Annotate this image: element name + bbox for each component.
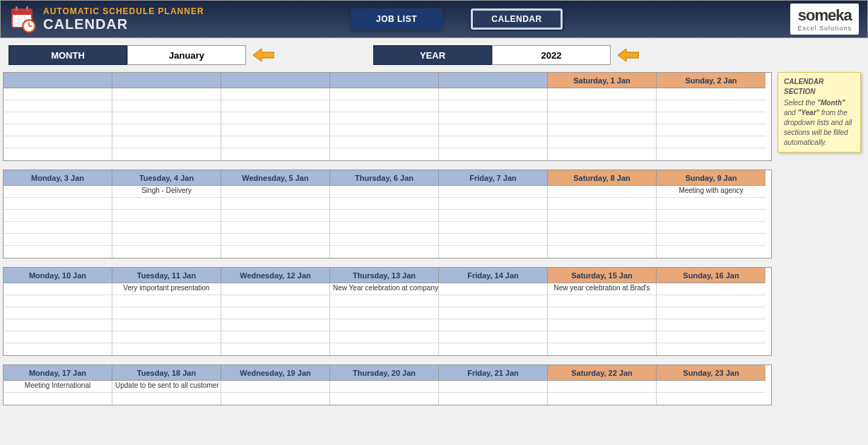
event-cell[interactable]: [548, 319, 656, 331]
event-cell[interactable]: [330, 186, 438, 198]
event-cell[interactable]: [657, 343, 766, 355]
event-cell[interactable]: [657, 331, 766, 343]
event-cell[interactable]: [548, 222, 656, 234]
event-cell[interactable]: [330, 198, 438, 210]
event-cell[interactable]: [4, 112, 112, 124]
event-cell[interactable]: [4, 148, 112, 160]
event-cell[interactable]: [221, 381, 329, 393]
event-cell[interactable]: [439, 124, 547, 136]
event-cell[interactable]: [4, 210, 112, 222]
event-cell[interactable]: [112, 234, 221, 246]
event-cell[interactable]: [221, 186, 329, 198]
event-cell[interactable]: [548, 331, 656, 343]
event-cell[interactable]: [4, 331, 112, 343]
event-cell[interactable]: [439, 295, 547, 307]
event-cell[interactable]: [657, 222, 766, 234]
event-cell[interactable]: Very important presentation: [112, 283, 221, 295]
event-cell[interactable]: [657, 393, 766, 405]
event-cell[interactable]: [439, 210, 547, 222]
event-cell[interactable]: [112, 136, 221, 148]
event-cell[interactable]: [4, 198, 112, 210]
event-cell[interactable]: [657, 112, 766, 124]
event-cell[interactable]: [439, 222, 547, 234]
event-cell[interactable]: [439, 381, 547, 393]
event-cell[interactable]: [112, 198, 221, 210]
event-cell[interactable]: [221, 124, 329, 136]
event-cell[interactable]: [4, 124, 112, 136]
event-cell[interactable]: [4, 246, 112, 258]
event-cell[interactable]: [657, 319, 766, 331]
event-cell[interactable]: [330, 222, 438, 234]
event-cell[interactable]: Singh - Delivery: [112, 186, 221, 198]
event-cell[interactable]: [657, 381, 766, 393]
event-cell[interactable]: [548, 393, 656, 405]
event-cell[interactable]: [221, 136, 329, 148]
event-cell[interactable]: [330, 148, 438, 160]
event-cell[interactable]: [4, 186, 112, 198]
event-cell[interactable]: [548, 88, 656, 100]
event-cell[interactable]: [548, 148, 656, 160]
event-cell[interactable]: [439, 393, 547, 405]
event-cell[interactable]: [112, 307, 221, 319]
event-cell[interactable]: [657, 307, 766, 319]
event-cell[interactable]: [4, 222, 112, 234]
event-cell[interactable]: [657, 210, 766, 222]
event-cell[interactable]: [330, 381, 438, 393]
event-cell[interactable]: [112, 210, 221, 222]
event-cell[interactable]: [657, 234, 766, 246]
event-cell[interactable]: [548, 124, 656, 136]
event-cell[interactable]: [330, 307, 438, 319]
event-cell[interactable]: [4, 319, 112, 331]
event-cell[interactable]: [548, 307, 656, 319]
year-dropdown[interactable]: 2022: [492, 45, 611, 65]
event-cell[interactable]: [439, 112, 547, 124]
event-cell[interactable]: [112, 112, 221, 124]
event-cell[interactable]: [112, 222, 221, 234]
event-cell[interactable]: New Year celebration at company: [330, 283, 438, 295]
event-cell[interactable]: [439, 234, 547, 246]
event-cell[interactable]: [548, 186, 656, 198]
event-cell[interactable]: [112, 124, 221, 136]
event-cell[interactable]: [221, 88, 329, 100]
job-list-button[interactable]: JOB LIST: [351, 8, 442, 30]
event-cell[interactable]: [221, 100, 329, 112]
event-cell[interactable]: [548, 210, 656, 222]
event-cell[interactable]: [221, 210, 329, 222]
event-cell[interactable]: [657, 198, 766, 210]
event-cell[interactable]: [4, 343, 112, 355]
event-cell[interactable]: [221, 246, 329, 258]
event-cell[interactable]: [439, 331, 547, 343]
event-cell[interactable]: [112, 246, 221, 258]
event-cell[interactable]: [221, 307, 329, 319]
event-cell[interactable]: [4, 100, 112, 112]
event-cell[interactable]: [112, 100, 221, 112]
event-cell[interactable]: [112, 331, 221, 343]
event-cell[interactable]: [330, 331, 438, 343]
event-cell[interactable]: [548, 198, 656, 210]
event-cell[interactable]: [4, 295, 112, 307]
event-cell[interactable]: [112, 88, 221, 100]
event-cell[interactable]: [112, 148, 221, 160]
event-cell[interactable]: [4, 393, 112, 405]
event-cell[interactable]: [221, 295, 329, 307]
event-cell[interactable]: [4, 136, 112, 148]
event-cell[interactable]: [221, 331, 329, 343]
event-cell[interactable]: [657, 148, 766, 160]
event-cell[interactable]: [548, 136, 656, 148]
event-cell[interactable]: [439, 136, 547, 148]
event-cell[interactable]: [439, 283, 547, 295]
event-cell[interactable]: [657, 246, 766, 258]
event-cell[interactable]: [439, 246, 547, 258]
event-cell[interactable]: [112, 295, 221, 307]
event-cell[interactable]: [330, 124, 438, 136]
event-cell[interactable]: [657, 295, 766, 307]
event-cell[interactable]: [112, 319, 221, 331]
event-cell[interactable]: [657, 88, 766, 100]
event-cell[interactable]: [439, 186, 547, 198]
event-cell[interactable]: [548, 381, 656, 393]
event-cell[interactable]: [112, 343, 221, 355]
event-cell[interactable]: [548, 100, 656, 112]
event-cell[interactable]: [657, 136, 766, 148]
event-cell[interactable]: [330, 234, 438, 246]
event-cell[interactable]: [657, 124, 766, 136]
